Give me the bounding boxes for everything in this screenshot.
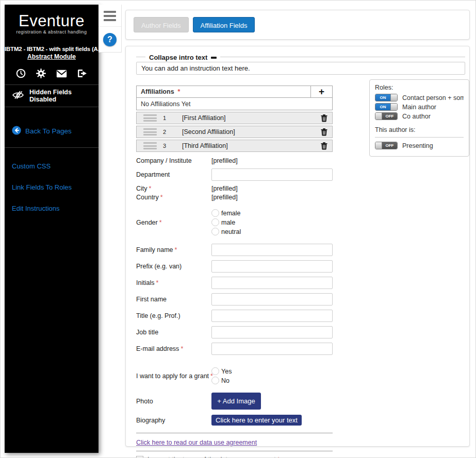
affiliation-name: [Second Affiliation] — [182, 128, 235, 135]
gear-icon[interactable] — [36, 69, 46, 78]
initials-field[interactable] — [211, 277, 333, 289]
tab-author-fields[interactable]: Author Fields — [134, 17, 189, 32]
radio-icon — [211, 218, 219, 226]
affiliation-row[interactable]: 2 [Second Affiliation] — [136, 126, 333, 138]
add-affiliation-button[interactable]: + — [310, 86, 332, 97]
toggle-presenting[interactable]: OFF — [375, 142, 398, 149]
sign-out-icon[interactable] — [77, 69, 87, 78]
abstract-module-link[interactable]: Abstract Module — [5, 53, 99, 60]
field-label: Gender* — [136, 219, 211, 226]
role-row: ON Contact person + some... — [375, 94, 464, 101]
role-row: OFF Co author — [375, 112, 464, 120]
affiliations-header-label: Affiliations * — [137, 86, 310, 97]
this-author-is-title: This author is: — [375, 126, 464, 133]
required-mark: * — [175, 246, 177, 253]
field-label: Biography — [136, 417, 211, 424]
field-label: Photo — [136, 398, 211, 405]
eye-slash-icon — [12, 91, 24, 101]
affiliation-index: 2 — [157, 129, 172, 135]
required-mark: * — [180, 345, 183, 352]
hidden-fields-toggle[interactable]: Hidden Fields Disabled — [5, 85, 99, 107]
field-label: First name — [136, 296, 211, 303]
drag-handle-icon[interactable] — [143, 128, 157, 135]
sidebar-item-custom-css[interactable]: Custom CSS — [12, 162, 91, 170]
prefilled-value: [prefilled] — [211, 157, 238, 164]
drag-handle-icon[interactable] — [143, 114, 157, 122]
trash-icon[interactable] — [321, 128, 327, 136]
affiliation-index: 3 — [157, 143, 172, 149]
form-row-first-name: First name — [136, 293, 333, 306]
form-row-city: City* [prefilled] — [136, 185, 333, 192]
required-mark: * — [159, 219, 162, 226]
form-row-gender: Gender* female male neutral — [136, 209, 333, 235]
intro-text-box[interactable]: You can add an instruction text here. — [136, 62, 465, 75]
intro-legend-row: Collapse intro text — [136, 53, 465, 61]
toggle-state: ON — [375, 104, 390, 110]
field-label: Prefix (e.g. van) — [136, 263, 211, 270]
enter-biography-button[interactable]: Click here to enter your text — [211, 415, 302, 426]
back-to-pages-link[interactable]: Back To Pages — [12, 126, 72, 137]
affiliation-row[interactable]: 3 [Third Affiliation] — [136, 140, 333, 152]
form-row-job-title: Job title — [136, 326, 333, 338]
radio-label: Yes — [221, 368, 232, 375]
sidebar-item-link-fields-to-roles[interactable]: Link Fields To Roles — [12, 183, 91, 191]
accept-terms-checkbox[interactable] — [136, 456, 143, 458]
first-name-field[interactable] — [211, 293, 333, 306]
radio-icon — [211, 209, 219, 217]
tab-affiliation-fields[interactable]: Affiliation Fields — [193, 17, 255, 32]
toggle-main-author[interactable]: ON — [375, 103, 398, 111]
toggle-contact-person[interactable]: ON — [375, 94, 398, 101]
collapse-intro-label: Collapse intro text — [149, 54, 207, 61]
sidebar-item-edit-instructions[interactable]: Edit Instructions — [12, 205, 91, 212]
field-label: Initials* — [136, 279, 211, 286]
roles-divider — [375, 137, 464, 138]
menu-icon[interactable] — [99, 5, 121, 27]
radio-grant-no[interactable]: No — [211, 377, 232, 384]
email-field[interactable] — [211, 343, 333, 355]
toggle-state: OFF — [382, 113, 397, 120]
radio-label: No — [221, 377, 229, 384]
required-mark: * — [156, 279, 158, 286]
field-label: Job title — [136, 329, 211, 336]
affiliation-index: 1 — [157, 115, 172, 121]
affiliation-row[interactable]: 1 [First Affiliation] — [136, 112, 333, 124]
title-field[interactable] — [211, 310, 333, 322]
required-mark: * — [178, 88, 180, 95]
back-to-pages-label: Back To Pages — [25, 127, 72, 135]
gender-radio-group: female male neutral — [211, 209, 241, 235]
arrow-circle-left-icon — [12, 126, 21, 137]
family-name-field[interactable] — [211, 244, 333, 256]
radio-female[interactable]: female — [211, 209, 241, 217]
affiliation-name: [Third Affiliation] — [182, 142, 228, 149]
trash-icon[interactable] — [321, 114, 327, 122]
data-use-agreement-link[interactable]: Click here to read our data use agreemen… — [136, 439, 257, 446]
radio-neutral[interactable]: neutral — [211, 228, 241, 235]
help-icon[interactable]: ? — [103, 33, 117, 46]
toggle-knob — [390, 94, 397, 101]
radio-male[interactable]: male — [211, 218, 241, 226]
toggle-co-author[interactable]: OFF — [375, 112, 398, 120]
affiliation-name: [First Affiliation] — [182, 114, 226, 122]
form-row-photo: Photo + Add Image — [136, 393, 333, 410]
prefilled-value: [prefilled] — [211, 185, 238, 192]
radio-grant-yes[interactable]: Yes — [211, 367, 232, 375]
required-mark: * — [277, 456, 280, 458]
form-row-biography: Biography Click here to enter your text — [136, 415, 333, 426]
prefix-field[interactable] — [211, 260, 333, 273]
mail-icon[interactable] — [56, 70, 67, 78]
form-row-family-name: Family name* — [136, 244, 333, 256]
radio-icon — [211, 367, 219, 375]
sidebar-links: Custom CSS Link Fields To Roles Edit Ins… — [5, 148, 99, 212]
logo-text: Eventure — [5, 12, 99, 30]
trash-icon[interactable] — [321, 142, 327, 150]
add-image-button[interactable]: + Add Image — [211, 393, 261, 410]
role-row: ON Main author — [375, 103, 464, 111]
collapse-intro-toggle[interactable]: Collapse intro text — [145, 54, 220, 61]
drag-handle-icon[interactable] — [143, 142, 157, 149]
logo-block: Eventure registration & abstract handlin… — [5, 5, 99, 35]
clock-icon[interactable] — [16, 69, 26, 78]
sidebar-icon-row — [5, 60, 99, 84]
job-title-field[interactable] — [211, 326, 333, 338]
radio-icon — [211, 377, 219, 384]
department-field[interactable] — [211, 168, 333, 181]
